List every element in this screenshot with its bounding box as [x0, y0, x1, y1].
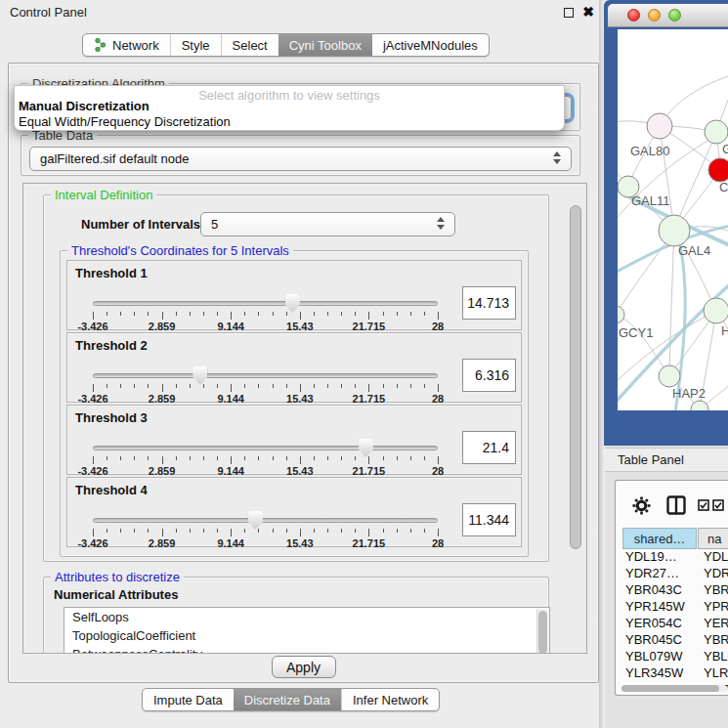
- close-icon[interactable]: ✖: [582, 4, 594, 20]
- column-header-shared-name[interactable]: shared…: [622, 528, 697, 549]
- network-node-h[interactable]: [704, 298, 728, 323]
- dropdown-option-manual-discretization[interactable]: Manual Discretization: [19, 99, 560, 113]
- attributes-list-scrollbar[interactable]: [536, 609, 548, 654]
- threshold-panel-2: Threshold 2-3.4262.8599.14415.4321.71528…: [66, 332, 522, 403]
- threshold-slider[interactable]: -3.4262.8599.14415.4321.71528: [93, 370, 438, 402]
- select-all-checkbox-icon[interactable]: [698, 499, 709, 511]
- table-row[interactable]: YER054CYER0: [616, 616, 728, 632]
- column-header-name[interactable]: na: [698, 528, 728, 549]
- network-node-label: GAL4: [678, 243, 710, 258]
- slider-track[interactable]: [93, 301, 438, 306]
- scrollbar-thumb[interactable]: [538, 611, 547, 654]
- tick-label: 2.859: [149, 321, 176, 332]
- network-node-label: H: [721, 323, 728, 338]
- slider-thumb[interactable]: [285, 294, 300, 313]
- tab-style[interactable]: Style: [170, 34, 221, 56]
- tick-mark: [314, 529, 315, 533]
- table-row[interactable]: YBR045CYBR0: [616, 632, 728, 649]
- table-data-group: Table Data galFiltered.sif default node: [21, 135, 580, 176]
- network-window-titlebar[interactable]: [608, 4, 728, 27]
- tick-label: -3.426: [77, 321, 107, 332]
- slider-track[interactable]: [93, 446, 438, 450]
- tab-network[interactable]: Network: [83, 34, 170, 56]
- network-canvas[interactable]: GAL80GCGAL11GAL4GCY1HHAP2: [618, 29, 728, 410]
- table-row[interactable]: YLR345WYLR3: [616, 665, 728, 682]
- table-row[interactable]: YBL079WYBL0: [616, 649, 728, 665]
- number-of-intervals-combobox[interactable]: 5: [200, 212, 455, 236]
- tab-select[interactable]: Select: [221, 34, 278, 56]
- tick-mark: [327, 456, 328, 460]
- tick-mark: [190, 456, 191, 460]
- attributes-to-discretize-group: Attributes to discretize Numerical Attri…: [43, 577, 549, 654]
- network-node-label: GCY1: [619, 325, 653, 340]
- tick-mark: [368, 384, 369, 392]
- tick-mark: [176, 384, 177, 388]
- slider-ticks: [93, 529, 438, 537]
- table-horizontal-scrollbar[interactable]: [621, 685, 727, 692]
- threshold-value-field[interactable]: 14.713: [462, 286, 516, 320]
- network-node-g[interactable]: [705, 120, 728, 144]
- threshold-value-field[interactable]: 21.4: [462, 431, 516, 464]
- slider-thumb[interactable]: [359, 439, 373, 457]
- mac-minimize-icon[interactable]: [648, 9, 661, 21]
- float-window-icon[interactable]: [564, 8, 574, 18]
- tick-mark: [148, 384, 149, 388]
- apply-button[interactable]: Apply: [272, 656, 336, 678]
- tick-mark: [203, 312, 204, 316]
- scrollbar-thumb[interactable]: [570, 205, 581, 549]
- scrollbar-thumb[interactable]: [621, 685, 719, 692]
- attribute-list-item[interactable]: SelfLoops: [64, 608, 549, 626]
- tick-mark: [258, 384, 259, 388]
- tab-impute-data[interactable]: Impute Data: [143, 689, 234, 710]
- deselect-all-checkbox-icon[interactable]: [712, 499, 724, 511]
- numerical-attributes-list[interactable]: SelfLoopsTopologicalCoefficientBetweenne…: [64, 607, 550, 654]
- tick-mark: [410, 384, 411, 388]
- tick-mark: [203, 384, 204, 388]
- threshold-slider[interactable]: -3.4262.8599.14415.4321.71528: [93, 443, 438, 474]
- threshold-slider[interactable]: -3.4262.8599.14415.4321.71528: [93, 298, 438, 329]
- cell-shared-name: YBR043C: [625, 582, 697, 597]
- network-node-hap2[interactable]: [659, 365, 680, 387]
- table-row[interactable]: YPR145WYPR1: [616, 599, 728, 616]
- split-columns-icon[interactable]: [666, 495, 686, 515]
- table-data-combobox[interactable]: galFiltered.sif default node: [29, 147, 572, 171]
- mac-zoom-icon[interactable]: [668, 9, 681, 21]
- tab-jactivemnodules[interactable]: jActiveMNodules: [372, 34, 489, 56]
- attribute-list-item[interactable]: BetweennessCentrality: [64, 645, 549, 654]
- threshold-value-field[interactable]: 11.344: [462, 503, 516, 536]
- settings-panel-scrollbar[interactable]: [570, 199, 582, 641]
- tick-mark: [341, 529, 342, 533]
- threshold-slider[interactable]: -3.4262.8599.14415.4321.71528: [93, 515, 438, 546]
- slider-track[interactable]: [93, 373, 438, 378]
- attribute-list-item[interactable]: TopologicalCoefficient: [64, 626, 549, 645]
- tick-mark: [397, 456, 398, 460]
- network-node-gcy1[interactable]: [618, 306, 624, 323]
- control-panel: Control Panel ✖ Network Style Select Cyn…: [0, 0, 604, 728]
- network-node-label: GAL80: [630, 144, 669, 158]
- threshold-value-field[interactable]: 6.316: [462, 359, 516, 392]
- dropdown-option-equal-width-frequency[interactable]: Equal Width/Frequency Discretization: [19, 114, 560, 129]
- table-header: shared… na: [616, 528, 728, 549]
- table-row[interactable]: YDR27…YDR2: [616, 566, 728, 582]
- gear-icon[interactable]: [632, 496, 651, 515]
- number-of-intervals-value: 5: [211, 217, 218, 232]
- tick-mark: [107, 384, 107, 388]
- mac-close-icon[interactable]: [627, 9, 640, 21]
- network-node-gal4[interactable]: [659, 215, 690, 246]
- tick-label: 15.43: [286, 393, 314, 405]
- tick-mark: [162, 456, 163, 464]
- network-node-gal80[interactable]: [647, 113, 672, 139]
- slider-thumb[interactable]: [193, 366, 207, 385]
- network-node-c[interactable]: [708, 158, 728, 182]
- slider-thumb[interactable]: [248, 511, 263, 530]
- table-row[interactable]: YBR043CYBR0: [616, 582, 728, 599]
- network-graph: GAL80GCGAL11GAL4GCY1HHAP2: [618, 29, 728, 410]
- table-rows: YDL19…YDL1YDR27…YDR2YBR043CYBR0YPR145WYP…: [616, 549, 728, 690]
- tab-cyni-toolbox[interactable]: Cyni Toolbox: [278, 34, 372, 56]
- tab-infer-network[interactable]: Infer Network: [341, 689, 439, 710]
- slider-track[interactable]: [93, 518, 438, 523]
- tick-mark: [273, 456, 274, 460]
- tab-discretize-data[interactable]: Discretize Data: [234, 689, 341, 710]
- tick-mark: [134, 384, 135, 388]
- table-row[interactable]: YDL19…YDL1: [616, 549, 728, 566]
